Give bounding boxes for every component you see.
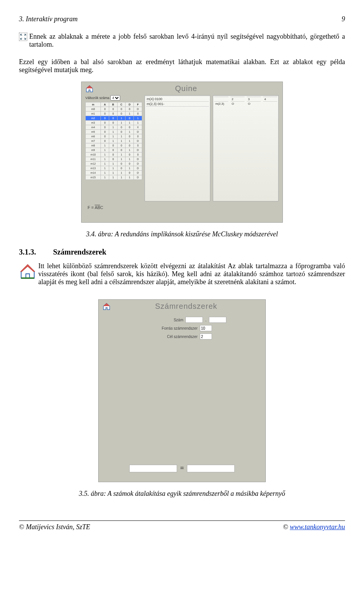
szamrendszerek-screenshot: Számrendszerek Szám . Forrás számrendsze… [98,299,266,482]
header-left: 3. Interaktív program [19,15,78,23]
formula-label: F = [88,205,95,210]
input-forras[interactable] [200,325,212,331]
result-left[interactable] [129,465,177,472]
truth-table: mABCDF m00000Dm100010m200101m300111m4010… [85,102,142,180]
expand-arrows-icon [19,33,27,41]
implicants-panel-2: 234m(2,3)OO [213,95,279,201]
formula-rest: C [100,205,103,210]
var-count-select[interactable]: 4 [110,95,120,101]
section-number: 3.1.3. [19,248,53,256]
formula-overline: AB [95,205,100,210]
szr-title: Számrendszerek [111,302,262,311]
home-icon[interactable] [85,85,94,93]
label-forras: Forrás számrendszer [152,326,198,330]
home-icon[interactable] [102,302,111,311]
result-right[interactable] [187,465,235,472]
page-footer: © Matijevics István, SzTE © www.tankonyv… [19,520,345,531]
decimal-dot: . [205,318,206,322]
paragraph-3: Itt lehet különböző számrendszerek közöt… [38,262,345,286]
home-icon-large [19,262,36,280]
paragraph-1: Ennek az ablaknak a mérete a jobb felső … [29,33,345,49]
footer-link[interactable]: www.tankonyvtar.hu [290,523,345,531]
label-cel: Cél számrendszer [152,335,198,339]
input-szam-int[interactable] [185,317,203,323]
label-szam: Szám [138,318,183,322]
page-number: 9 [342,15,345,23]
input-szam-frac[interactable] [209,317,226,323]
quine-screenshot: Quine Változók száma 4 mABCDF m00000Dm10… [81,82,283,223]
page-header: 3. Interaktív program 9 [19,15,345,23]
caption-3-5: 3.5. ábra: A számok átalakítása egyik sz… [19,490,345,498]
caption-3-4: 3.4. ábra: A redundáns implikánsok kiszű… [19,230,345,238]
quine-title: Quine [94,84,279,93]
paragraph-2: Ezzel egy időben a bal alsó sarokban az … [19,58,345,74]
footer-right: © www.tankonyvtar.hu [283,523,345,531]
section-title: Számrendszerek [53,248,106,256]
footer-left: © Matijevics István, SzTE [19,523,90,531]
equals-sign: = [180,464,184,472]
input-cel[interactable] [200,333,212,340]
var-count-label: Változók száma [85,96,110,100]
section-heading: 3.1.3. Számrendszerek [19,248,345,256]
implicants-panel-1: m(4) 0100m(2,3) 001- [144,95,210,201]
